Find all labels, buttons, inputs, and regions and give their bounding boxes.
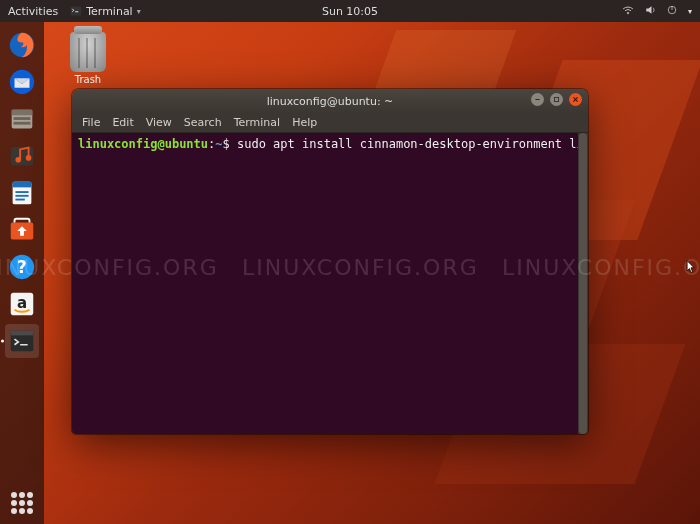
app-menu[interactable]: Terminal ▾ xyxy=(70,5,141,18)
svg-rect-13 xyxy=(15,191,28,193)
menubar-file[interactable]: File xyxy=(82,116,100,129)
dock-libreoffice-writer[interactable] xyxy=(5,176,39,210)
svg-rect-6 xyxy=(14,117,31,120)
clock[interactable]: Sun 10:05 xyxy=(322,5,378,18)
svg-rect-0 xyxy=(71,7,82,16)
window-title: linuxconfig@ubuntu: ~ xyxy=(267,95,394,108)
terminal-menubar: File Edit View Search Terminal Help xyxy=(72,113,588,133)
system-status-area[interactable]: ▾ xyxy=(622,4,692,18)
terminal-scrollbar[interactable] xyxy=(578,133,588,434)
dock-ubuntu-software[interactable] xyxy=(5,213,39,247)
menubar-view[interactable]: View xyxy=(146,116,172,129)
trash-icon xyxy=(70,32,106,72)
menubar-help[interactable]: Help xyxy=(292,116,317,129)
menubar-edit[interactable]: Edit xyxy=(112,116,133,129)
prompt-symbol: $ xyxy=(223,137,237,151)
show-applications-button[interactable] xyxy=(0,492,44,514)
svg-rect-15 xyxy=(15,199,24,201)
dock-files[interactable] xyxy=(5,102,39,136)
window-minimize-button[interactable] xyxy=(531,93,544,106)
dock-thunderbird[interactable] xyxy=(5,65,39,99)
chevron-down-icon: ▾ xyxy=(688,7,692,16)
svg-rect-7 xyxy=(14,122,31,125)
svg-text:?: ? xyxy=(17,257,27,277)
dock-terminal[interactable] xyxy=(5,324,39,358)
prompt-user: linuxconfig@ubuntu xyxy=(78,137,208,151)
terminal-body[interactable]: linuxconfig@ubuntu:~$ sudo apt install c… xyxy=(72,133,588,434)
dock-amazon[interactable]: a xyxy=(5,287,39,321)
cursor-icon xyxy=(686,260,696,274)
dock-firefox[interactable] xyxy=(5,28,39,62)
terminal-command: sudo apt install cinnamon-desktop-enviro… xyxy=(237,137,588,151)
svg-rect-23 xyxy=(554,97,558,101)
svg-point-10 xyxy=(26,155,32,161)
minimize-icon xyxy=(534,96,541,103)
trash-label: Trash xyxy=(58,74,118,85)
activities-button[interactable]: Activities xyxy=(8,5,58,18)
menubar-search[interactable]: Search xyxy=(184,116,222,129)
chevron-down-icon: ▾ xyxy=(137,7,141,16)
window-close-button[interactable] xyxy=(569,93,582,106)
apps-grid-icon xyxy=(11,492,33,514)
gnome-top-bar: Activities Terminal ▾ Sun 10:05 ▾ xyxy=(0,0,700,22)
window-titlebar[interactable]: linuxconfig@ubuntu: ~ xyxy=(72,89,588,113)
svg-rect-5 xyxy=(12,110,33,116)
svg-rect-14 xyxy=(15,195,28,197)
network-icon xyxy=(622,4,634,18)
terminal-window: linuxconfig@ubuntu: ~ File Edit View Sea… xyxy=(72,89,588,434)
prompt-path: ~ xyxy=(215,137,222,151)
dock-help[interactable]: ? xyxy=(5,250,39,284)
volume-icon xyxy=(644,4,656,18)
menubar-terminal[interactable]: Terminal xyxy=(234,116,281,129)
terminal-icon xyxy=(70,5,82,17)
app-menu-label: Terminal xyxy=(86,5,133,18)
scrollbar-thumb[interactable] xyxy=(579,133,587,434)
svg-rect-22 xyxy=(11,331,34,336)
power-icon xyxy=(666,4,678,18)
svg-text:a: a xyxy=(17,294,27,312)
svg-rect-12 xyxy=(13,182,32,188)
close-icon xyxy=(572,96,579,103)
maximize-icon xyxy=(553,96,560,103)
desktop-trash[interactable]: Trash xyxy=(58,32,118,85)
ubuntu-dock: ? a xyxy=(0,22,44,524)
window-maximize-button[interactable] xyxy=(550,93,563,106)
dock-rhythmbox[interactable] xyxy=(5,139,39,173)
